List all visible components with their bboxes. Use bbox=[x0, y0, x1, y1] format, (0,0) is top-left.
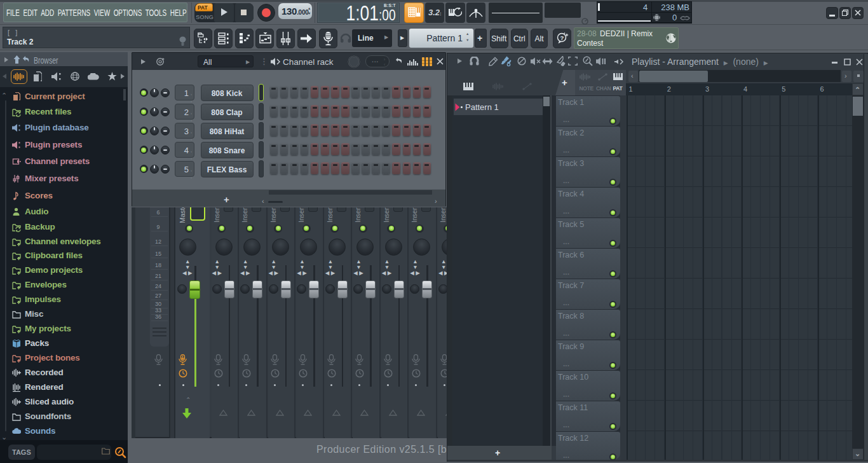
svg-text:?: ? bbox=[560, 34, 564, 41]
